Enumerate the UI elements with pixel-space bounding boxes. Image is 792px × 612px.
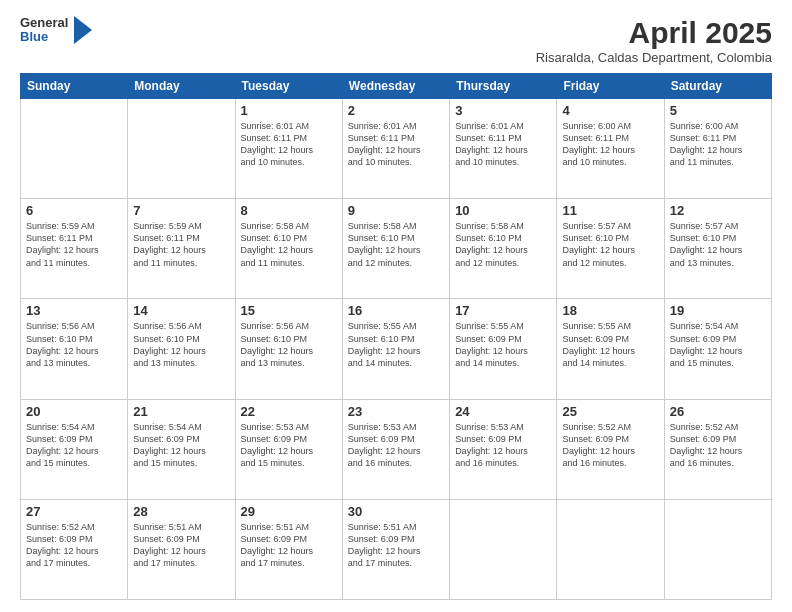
day-info: Sunrise: 5:58 AM Sunset: 6:10 PM Dayligh… (348, 220, 444, 269)
day-cell (450, 499, 557, 599)
day-cell: 5Sunrise: 6:00 AM Sunset: 6:11 PM Daylig… (664, 99, 771, 199)
day-info: Sunrise: 5:52 AM Sunset: 6:09 PM Dayligh… (562, 421, 658, 470)
day-number: 29 (241, 504, 337, 519)
day-cell: 12Sunrise: 5:57 AM Sunset: 6:10 PM Dayli… (664, 199, 771, 299)
day-number: 25 (562, 404, 658, 419)
day-info: Sunrise: 5:53 AM Sunset: 6:09 PM Dayligh… (455, 421, 551, 470)
day-number: 26 (670, 404, 766, 419)
day-cell: 18Sunrise: 5:55 AM Sunset: 6:09 PM Dayli… (557, 299, 664, 399)
day-number: 2 (348, 103, 444, 118)
location: Risaralda, Caldas Department, Colombia (536, 50, 772, 65)
day-number: 12 (670, 203, 766, 218)
week-row: 6Sunrise: 5:59 AM Sunset: 6:11 PM Daylig… (21, 199, 772, 299)
col-header-friday: Friday (557, 74, 664, 99)
day-cell (128, 99, 235, 199)
day-cell: 11Sunrise: 5:57 AM Sunset: 6:10 PM Dayli… (557, 199, 664, 299)
calendar-table: SundayMondayTuesdayWednesdayThursdayFrid… (20, 73, 772, 600)
day-cell: 2Sunrise: 6:01 AM Sunset: 6:11 PM Daylig… (342, 99, 449, 199)
day-info: Sunrise: 5:56 AM Sunset: 6:10 PM Dayligh… (241, 320, 337, 369)
day-cell: 16Sunrise: 5:55 AM Sunset: 6:10 PM Dayli… (342, 299, 449, 399)
day-info: Sunrise: 5:56 AM Sunset: 6:10 PM Dayligh… (133, 320, 229, 369)
day-number: 14 (133, 303, 229, 318)
day-cell: 30Sunrise: 5:51 AM Sunset: 6:09 PM Dayli… (342, 499, 449, 599)
logo-arrow-icon (74, 16, 92, 44)
logo: General Blue (20, 16, 92, 45)
day-number: 17 (455, 303, 551, 318)
day-number: 30 (348, 504, 444, 519)
col-header-wednesday: Wednesday (342, 74, 449, 99)
day-cell: 22Sunrise: 5:53 AM Sunset: 6:09 PM Dayli… (235, 399, 342, 499)
day-info: Sunrise: 5:57 AM Sunset: 6:10 PM Dayligh… (562, 220, 658, 269)
day-info: Sunrise: 5:59 AM Sunset: 6:11 PM Dayligh… (26, 220, 122, 269)
day-cell: 29Sunrise: 5:51 AM Sunset: 6:09 PM Dayli… (235, 499, 342, 599)
day-cell: 8Sunrise: 5:58 AM Sunset: 6:10 PM Daylig… (235, 199, 342, 299)
day-info: Sunrise: 5:58 AM Sunset: 6:10 PM Dayligh… (455, 220, 551, 269)
day-number: 11 (562, 203, 658, 218)
week-row: 1Sunrise: 6:01 AM Sunset: 6:11 PM Daylig… (21, 99, 772, 199)
day-info: Sunrise: 6:01 AM Sunset: 6:11 PM Dayligh… (348, 120, 444, 169)
page: General Blue April 2025 Risaralda, Calda… (0, 0, 792, 612)
day-cell: 19Sunrise: 5:54 AM Sunset: 6:09 PM Dayli… (664, 299, 771, 399)
week-row: 27Sunrise: 5:52 AM Sunset: 6:09 PM Dayli… (21, 499, 772, 599)
day-info: Sunrise: 5:54 AM Sunset: 6:09 PM Dayligh… (133, 421, 229, 470)
day-number: 4 (562, 103, 658, 118)
day-info: Sunrise: 6:01 AM Sunset: 6:11 PM Dayligh… (455, 120, 551, 169)
day-cell: 17Sunrise: 5:55 AM Sunset: 6:09 PM Dayli… (450, 299, 557, 399)
day-number: 19 (670, 303, 766, 318)
day-info: Sunrise: 5:56 AM Sunset: 6:10 PM Dayligh… (26, 320, 122, 369)
day-info: Sunrise: 5:52 AM Sunset: 6:09 PM Dayligh… (26, 521, 122, 570)
day-info: Sunrise: 5:51 AM Sunset: 6:09 PM Dayligh… (133, 521, 229, 570)
day-number: 7 (133, 203, 229, 218)
day-number: 3 (455, 103, 551, 118)
day-cell: 14Sunrise: 5:56 AM Sunset: 6:10 PM Dayli… (128, 299, 235, 399)
logo-text: General Blue (20, 16, 68, 45)
day-number: 16 (348, 303, 444, 318)
day-info: Sunrise: 5:59 AM Sunset: 6:11 PM Dayligh… (133, 220, 229, 269)
day-cell: 24Sunrise: 5:53 AM Sunset: 6:09 PM Dayli… (450, 399, 557, 499)
day-number: 9 (348, 203, 444, 218)
week-row: 13Sunrise: 5:56 AM Sunset: 6:10 PM Dayli… (21, 299, 772, 399)
day-number: 8 (241, 203, 337, 218)
day-cell (664, 499, 771, 599)
day-info: Sunrise: 5:55 AM Sunset: 6:09 PM Dayligh… (455, 320, 551, 369)
col-header-monday: Monday (128, 74, 235, 99)
day-info: Sunrise: 6:00 AM Sunset: 6:11 PM Dayligh… (562, 120, 658, 169)
day-cell: 23Sunrise: 5:53 AM Sunset: 6:09 PM Dayli… (342, 399, 449, 499)
day-cell: 4Sunrise: 6:00 AM Sunset: 6:11 PM Daylig… (557, 99, 664, 199)
week-row: 20Sunrise: 5:54 AM Sunset: 6:09 PM Dayli… (21, 399, 772, 499)
day-cell: 26Sunrise: 5:52 AM Sunset: 6:09 PM Dayli… (664, 399, 771, 499)
day-cell: 21Sunrise: 5:54 AM Sunset: 6:09 PM Dayli… (128, 399, 235, 499)
day-number: 27 (26, 504, 122, 519)
day-info: Sunrise: 5:55 AM Sunset: 6:10 PM Dayligh… (348, 320, 444, 369)
day-cell: 6Sunrise: 5:59 AM Sunset: 6:11 PM Daylig… (21, 199, 128, 299)
day-cell: 7Sunrise: 5:59 AM Sunset: 6:11 PM Daylig… (128, 199, 235, 299)
day-cell: 1Sunrise: 6:01 AM Sunset: 6:11 PM Daylig… (235, 99, 342, 199)
col-header-saturday: Saturday (664, 74, 771, 99)
logo-general: General (20, 16, 68, 30)
day-info: Sunrise: 5:52 AM Sunset: 6:09 PM Dayligh… (670, 421, 766, 470)
day-number: 1 (241, 103, 337, 118)
day-cell: 13Sunrise: 5:56 AM Sunset: 6:10 PM Dayli… (21, 299, 128, 399)
day-info: Sunrise: 5:55 AM Sunset: 6:09 PM Dayligh… (562, 320, 658, 369)
day-cell: 15Sunrise: 5:56 AM Sunset: 6:10 PM Dayli… (235, 299, 342, 399)
col-header-tuesday: Tuesday (235, 74, 342, 99)
day-info: Sunrise: 5:51 AM Sunset: 6:09 PM Dayligh… (348, 521, 444, 570)
day-number: 18 (562, 303, 658, 318)
day-info: Sunrise: 5:58 AM Sunset: 6:10 PM Dayligh… (241, 220, 337, 269)
header: General Blue April 2025 Risaralda, Calda… (20, 16, 772, 65)
day-number: 20 (26, 404, 122, 419)
day-number: 21 (133, 404, 229, 419)
day-cell: 27Sunrise: 5:52 AM Sunset: 6:09 PM Dayli… (21, 499, 128, 599)
col-header-thursday: Thursday (450, 74, 557, 99)
day-number: 10 (455, 203, 551, 218)
day-cell: 9Sunrise: 5:58 AM Sunset: 6:10 PM Daylig… (342, 199, 449, 299)
day-number: 13 (26, 303, 122, 318)
day-info: Sunrise: 5:53 AM Sunset: 6:09 PM Dayligh… (348, 421, 444, 470)
day-number: 5 (670, 103, 766, 118)
month-title: April 2025 (536, 16, 772, 50)
day-number: 28 (133, 504, 229, 519)
day-cell: 3Sunrise: 6:01 AM Sunset: 6:11 PM Daylig… (450, 99, 557, 199)
day-number: 24 (455, 404, 551, 419)
day-cell (557, 499, 664, 599)
day-number: 6 (26, 203, 122, 218)
